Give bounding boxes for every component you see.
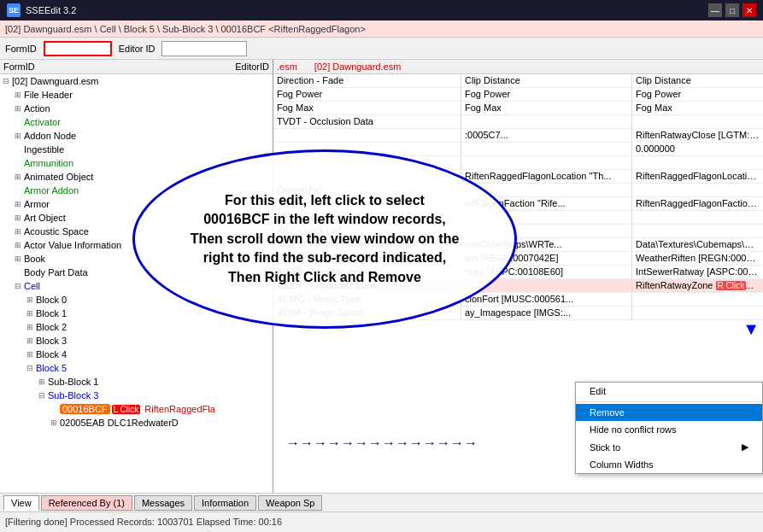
tree-item[interactable]: ⊟Sub-Block 3 xyxy=(0,389,273,402)
tree-expand-icon[interactable]: ⊞ xyxy=(12,89,24,101)
tree-expand-icon[interactable]: ⊞ xyxy=(12,130,24,142)
tree-expand-icon[interactable]: ⊞ xyxy=(48,417,60,429)
tree-expand-icon[interactable]: ⊞ xyxy=(24,335,36,347)
data-col-3: 0.000000 xyxy=(632,143,763,155)
tree-item[interactable]: ⊞Action xyxy=(0,102,273,115)
bottom-tab[interactable]: Weapon Sp xyxy=(258,495,322,511)
data-col-1 xyxy=(273,129,461,142)
bottom-tab[interactable]: View xyxy=(3,495,39,511)
tree-expand-icon xyxy=(12,184,24,196)
tree-item[interactable]: ⊞Sub-Block 1 xyxy=(0,375,273,389)
data-col-3 xyxy=(632,225,763,237)
data-row[interactable]: Fog PowerFog PowerFog Power xyxy=(273,88,763,102)
tree-label: Art Object xyxy=(24,213,66,223)
context-menu-item[interactable]: Edit xyxy=(576,383,762,400)
bottom-tab[interactable]: Referenced By (1) xyxy=(41,495,132,511)
tree-item[interactable]: ⊟Block 5 xyxy=(0,361,273,375)
bottom-tab[interactable]: Information xyxy=(194,495,256,511)
col-formid: FormID xyxy=(3,61,35,72)
data-row[interactable]: Fog MaxFog MaxFog Max xyxy=(273,102,763,115)
data-col-2: Fog Power xyxy=(461,88,632,101)
data-col-3 xyxy=(632,307,763,319)
formid-bar: FormID Editor ID xyxy=(0,38,763,60)
tree-expand-icon[interactable]: ⊞ xyxy=(12,212,24,224)
app-icon: SE xyxy=(7,3,21,17)
data-col-3: Fog Power xyxy=(632,88,763,101)
tree-item[interactable]: ⊞Block 4 xyxy=(0,348,273,361)
context-menu-item[interactable]: Stick to▶ xyxy=(576,438,762,456)
tree-label: Block 5 xyxy=(36,363,67,373)
tree-item[interactable]: ⊞Block 3 xyxy=(0,334,273,348)
data-col-2: cionFort [MUSC:000561... xyxy=(461,293,632,306)
tree-expand-icon xyxy=(48,403,60,415)
tree-label: Cell xyxy=(24,281,40,291)
data-row[interactable]: TVDT - Occlusion Data xyxy=(273,115,763,129)
right-col2: [02] Dawnguard.esm xyxy=(314,61,402,72)
tree-label: Block 2 xyxy=(36,322,67,332)
minimize-button[interactable]: — xyxy=(708,3,722,17)
tree-expand-icon xyxy=(12,143,24,155)
tree-item[interactable]: ⊟[02] Dawnguard.esm xyxy=(0,74,273,88)
context-menu: EditRemoveHide no conflict rowsStick to▶… xyxy=(575,382,763,474)
tree-expand-icon[interactable]: ⊟ xyxy=(12,280,24,292)
data-col-3 xyxy=(632,156,763,169)
formid-input[interactable] xyxy=(44,41,112,56)
context-menu-item[interactable]: Column Widths xyxy=(576,456,762,473)
data-col-2: :0005C7... xyxy=(461,129,632,142)
annotation-text: For this edit, left click to select 0001… xyxy=(173,174,477,304)
data-col-2 xyxy=(461,143,632,155)
data-col-2 xyxy=(461,115,632,128)
annotation-bubble: For this edit, left click to select 0001… xyxy=(132,149,517,329)
tree-expand-icon[interactable]: ⊞ xyxy=(12,225,24,237)
status-bar: [Filtering done] Processed Records: 1003… xyxy=(0,512,763,530)
tree-item[interactable]: Activator xyxy=(0,115,273,129)
tree-label: Armor Addon xyxy=(24,185,79,196)
tree-item[interactable]: ⊞Addon Node xyxy=(0,129,273,143)
tree-expand-icon[interactable]: ⊞ xyxy=(36,376,48,388)
data-col-3: RiftenRaggedFlagonFaction "Rife... xyxy=(632,197,763,210)
tree-expand-icon[interactable]: ⊞ xyxy=(12,102,24,114)
data-col-3 xyxy=(632,293,763,306)
left-header: FormID EditorID xyxy=(0,60,273,74)
tree-label: Block 1 xyxy=(36,308,67,319)
context-menu-item[interactable]: Remove xyxy=(576,404,762,421)
data-row[interactable]: :0005C7...RiftenRatwayClose [LGTM:0005C7… xyxy=(273,129,763,143)
data-col-1: Direction - Fade xyxy=(273,74,461,87)
editorid-input[interactable] xyxy=(161,41,247,56)
tree-expand-icon[interactable]: ⊟ xyxy=(36,389,48,401)
tree-item[interactable]: 00016BCFL Click RiftenRaggedFla xyxy=(0,402,273,416)
close-button[interactable]: ✕ xyxy=(742,3,756,17)
tree-expand-icon[interactable]: ⊞ xyxy=(12,171,24,183)
data-row[interactable]: Direction - FadeClip DistanceClip Distan… xyxy=(273,74,763,88)
tree-item[interactable]: ⊞File Header xyxy=(0,88,273,102)
bottom-tab[interactable]: Messages xyxy=(134,495,192,511)
breadcrumb: [02] Dawnguard.esm \ Cell \ Block 5 \ Su… xyxy=(0,20,763,38)
tree-label: 00016BCFL Click RiftenRaggedFla xyxy=(60,404,215,414)
maximize-button[interactable]: □ xyxy=(725,3,739,17)
tree-label: Actor Value Information xyxy=(24,240,121,250)
tree-item[interactable]: ⊞02005EAB DLC1RedwaterD xyxy=(0,416,273,430)
tree-label: File Header xyxy=(24,90,73,100)
tree-expand-icon[interactable]: ⊞ xyxy=(24,307,36,319)
tree-expand-icon[interactable]: ⊞ xyxy=(24,294,36,306)
tree-expand-icon[interactable]: ⊞ xyxy=(24,348,36,360)
tree-item[interactable]: Ingestible xyxy=(0,143,273,156)
tree-expand-icon[interactable]: ⊞ xyxy=(12,239,24,251)
data-col-3: IntSewerRatway [ASPC:00108E60] xyxy=(632,266,763,278)
context-menu-item[interactable]: Hide no conflict rows xyxy=(576,421,762,438)
right-header: .esm [02] Dawnguard.esm xyxy=(273,60,763,74)
tree-item[interactable]: ⊞Block 2 xyxy=(0,320,273,334)
tree-expand-icon[interactable]: ⊟ xyxy=(24,362,36,374)
tree-label: Block 4 xyxy=(36,349,67,360)
data-col-2: RiftenRaggedFlagonLocation "Th... xyxy=(461,170,632,183)
data-col-1: TVDT - Occlusion Data xyxy=(273,115,461,128)
scroll-arrow-right: ▼ xyxy=(742,319,760,339)
tree-expand-icon[interactable]: ⊞ xyxy=(24,321,36,333)
data-col-1: Fog Max xyxy=(273,102,461,114)
tree-expand-icon[interactable]: ⊟ xyxy=(0,75,12,87)
data-col-3 xyxy=(632,115,763,128)
app-title: SSEEdit 3.2 xyxy=(26,5,76,15)
tree-expand-icon[interactable]: ⊞ xyxy=(12,253,24,265)
tree-expand-icon xyxy=(12,157,24,169)
tree-expand-icon[interactable]: ⊞ xyxy=(12,198,24,210)
